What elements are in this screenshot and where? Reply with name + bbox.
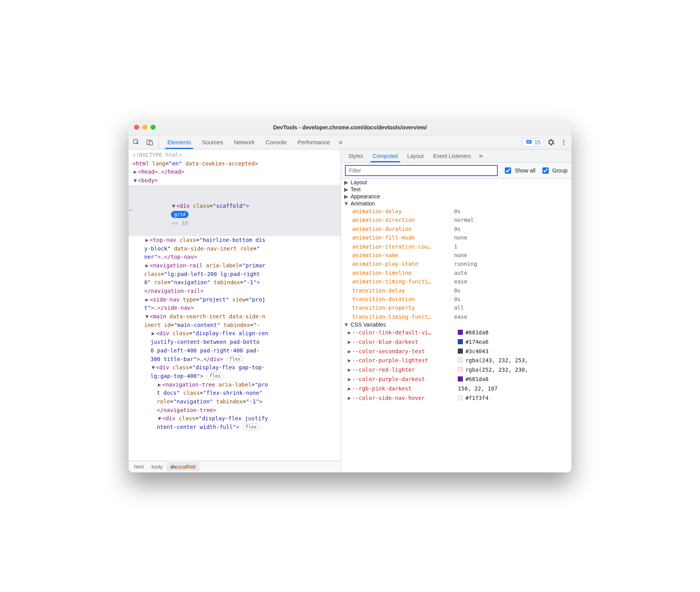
- css-variable[interactable]: ▶--color-red-lighterrgba(252, 232, 230,: [341, 365, 571, 375]
- dom-navrail[interactable]: ▶<navigation-rail aria-label="primar: [129, 261, 341, 270]
- group-checkbox[interactable]: Group: [541, 166, 568, 175]
- dom-navtree-l4[interactable]: </navigation-tree>: [129, 406, 341, 415]
- dom-topnav-l3[interactable]: ner">…</top-nav>: [129, 253, 341, 261]
- issues-button[interactable]: 15: [522, 138, 544, 147]
- expand-icon[interactable]: ▶: [346, 356, 352, 365]
- breadcrumb-html[interactable]: html: [130, 462, 148, 471]
- expand-icon[interactable]: ▶: [346, 328, 352, 338]
- layout-badge-flex-3[interactable]: flex: [243, 423, 259, 430]
- css-variable[interactable]: ▶--color-blue-darkest#174ea6: [341, 338, 571, 347]
- dom-sidenav[interactable]: ▶<side-nav type="project" view="proj: [129, 296, 341, 304]
- tab-elements[interactable]: Elements: [162, 135, 196, 149]
- tab-network[interactable]: Network: [228, 135, 260, 149]
- color-swatch[interactable]: [458, 349, 463, 354]
- tab-sources[interactable]: Sources: [196, 135, 228, 149]
- layout-badge-flex[interactable]: flex: [227, 356, 243, 363]
- dom-navtree[interactable]: ▶<navigation-tree aria-label="pro: [129, 381, 341, 389]
- css-variable[interactable]: ▶--color-side-nav-hover#f1f3f4: [341, 394, 571, 403]
- expand-icon[interactable]: ▶: [346, 375, 352, 384]
- css-variable[interactable]: ▶--rgb-pink-darkest156, 22, 107: [341, 384, 571, 394]
- dom-scaffold-row[interactable]: ⋯ ▼<div class="scaffold"> grid == $0: [129, 185, 341, 236]
- computed-property[interactable]: animation-namenone: [341, 251, 571, 260]
- computed-property[interactable]: animation-duration0s: [341, 225, 571, 233]
- dom-body[interactable]: ▼<body>: [129, 176, 341, 185]
- dom-div-width-full-l2[interactable]: ntent-center width-full"> flex: [129, 423, 341, 432]
- inspect-element-icon[interactable]: [131, 137, 142, 148]
- computed-property[interactable]: transition-timing-funct…ease: [341, 312, 571, 321]
- computed-property[interactable]: animation-timing-functi…ease: [341, 277, 571, 286]
- color-swatch[interactable]: [458, 376, 463, 381]
- dom-navrail-l3[interactable]: 0" role="navigation" tabindex="-1">: [129, 278, 341, 287]
- subtab-event-listeners[interactable]: Event Listeners: [428, 149, 476, 162]
- dom-navtree-l2[interactable]: t docs" class="flex-shrink-none": [129, 389, 341, 398]
- css-variable[interactable]: ▶--color-secondary-text#3c4043: [341, 347, 571, 356]
- computed-property[interactable]: transition-propertyall: [341, 303, 571, 312]
- settings-icon[interactable]: [546, 137, 557, 148]
- section-css-variables[interactable]: ▼CSS Variables: [341, 321, 571, 328]
- dom-div-width-full[interactable]: ▼<div class="display-flex justify: [129, 414, 341, 423]
- breadcrumb-body[interactable]: body: [148, 462, 167, 471]
- expand-icon[interactable]: ▶: [346, 338, 352, 347]
- close-window-button[interactable]: [134, 125, 139, 130]
- dom-sidenav-l2[interactable]: t">…</side-nav>: [129, 304, 341, 312]
- css-variable[interactable]: ▶--color-purple-lightestrgba(243, 232, 2…: [341, 356, 571, 365]
- section-text[interactable]: ▶Text: [341, 186, 571, 193]
- dom-main-l2[interactable]: inert id="main-content" tabindex="-: [129, 321, 341, 330]
- color-swatch[interactable]: [458, 358, 463, 363]
- more-subtabs-icon[interactable]: »: [476, 149, 486, 162]
- color-swatch[interactable]: [458, 339, 463, 344]
- dom-div-titlebar-l2[interactable]: justify-content-between pad-botto: [129, 338, 341, 347]
- section-layout[interactable]: ▶Layout: [341, 179, 571, 186]
- device-toolbar-icon[interactable]: [144, 137, 155, 148]
- breadcrumb-div-scaffold[interactable]: div.scaffold: [167, 462, 199, 471]
- section-animation[interactable]: ▼Animation: [341, 200, 571, 207]
- computed-property[interactable]: animation-directionnormal: [341, 216, 571, 224]
- color-swatch[interactable]: [458, 367, 463, 372]
- dom-navtree-l3[interactable]: role="navigation" tabindex="-1">: [129, 398, 341, 406]
- dom-tree[interactable]: <!DOCTYPE html> <html lang="en" data-coo…: [129, 149, 341, 461]
- dom-topnav[interactable]: ▶<top-nav class="hairline-bottom dis: [129, 236, 341, 245]
- show-all-input[interactable]: [505, 167, 511, 174]
- dom-div-titlebar-l4[interactable]: 300 title-bar">…</div> flex: [129, 355, 341, 364]
- minimize-window-button[interactable]: [142, 125, 147, 130]
- expand-icon[interactable]: ▶: [346, 347, 352, 356]
- tab-console[interactable]: Console: [260, 135, 292, 149]
- subtab-layout[interactable]: Layout: [403, 149, 428, 162]
- more-tabs-icon[interactable]: »: [335, 135, 346, 149]
- dom-div-titlebar-l3[interactable]: 0 pad-left-400 pad-right-400 pad-: [129, 347, 341, 355]
- subtab-computed[interactable]: Computed: [368, 149, 403, 162]
- color-swatch[interactable]: [458, 330, 463, 335]
- maximize-window-button[interactable]: [151, 125, 156, 130]
- expand-icon[interactable]: ▶: [346, 394, 352, 403]
- expand-icon[interactable]: ▶: [346, 384, 352, 394]
- layout-badge-grid[interactable]: grid: [171, 211, 189, 218]
- layout-badge-flex-2[interactable]: flex: [207, 372, 223, 380]
- dom-doctype[interactable]: <!DOCTYPE html>: [129, 151, 341, 160]
- computed-property[interactable]: transition-duration0s: [341, 295, 571, 303]
- css-variable[interactable]: ▶--color-purple-darkest#681da8: [341, 375, 571, 384]
- dom-navrail-l2[interactable]: class="lg:pad-left-200 lg:pad-right: [129, 270, 341, 279]
- color-swatch[interactable]: [458, 395, 463, 400]
- more-menu-icon[interactable]: [558, 137, 569, 148]
- row-actions-icon[interactable]: ⋯: [129, 185, 133, 236]
- group-input[interactable]: [542, 167, 549, 174]
- dom-div-gap-l2[interactable]: lg:gap-top-400"> flex: [129, 372, 341, 381]
- expand-icon[interactable]: ▶: [346, 365, 352, 375]
- css-variable[interactable]: ▶--color-link-default-vi…#681da8: [341, 328, 571, 338]
- dom-html-open[interactable]: <html lang="en" data-cookies-accepted>: [129, 160, 341, 168]
- dom-main[interactable]: ▼<main data-search-inert data-side-n: [129, 312, 341, 321]
- section-appearance[interactable]: ▶Appearance: [341, 193, 571, 200]
- tab-performance[interactable]: Performance: [292, 135, 335, 149]
- computed-property[interactable]: animation-iteration-cou…1: [341, 242, 571, 251]
- dom-navrail-l4[interactable]: </navigation-rail>: [129, 287, 341, 296]
- filter-input[interactable]: [345, 165, 498, 176]
- computed-property[interactable]: animation-delay0s: [341, 207, 571, 216]
- computed-property[interactable]: animation-play-staterunning: [341, 260, 571, 268]
- dom-head[interactable]: ▶<head>…</head>: [129, 168, 341, 176]
- computed-property[interactable]: animation-fill-modenone: [341, 233, 571, 242]
- show-all-checkbox[interactable]: Show all: [503, 166, 535, 175]
- computed-property[interactable]: transition-delay0s: [341, 286, 571, 295]
- dom-div-titlebar[interactable]: ▶<div class="display-flex align-cen: [129, 329, 341, 338]
- dom-topnav-l2[interactable]: y-block" data-side-nav-inert role=": [129, 245, 341, 253]
- dom-div-gap[interactable]: ▼<div class="display-flex gap-top-: [129, 363, 341, 372]
